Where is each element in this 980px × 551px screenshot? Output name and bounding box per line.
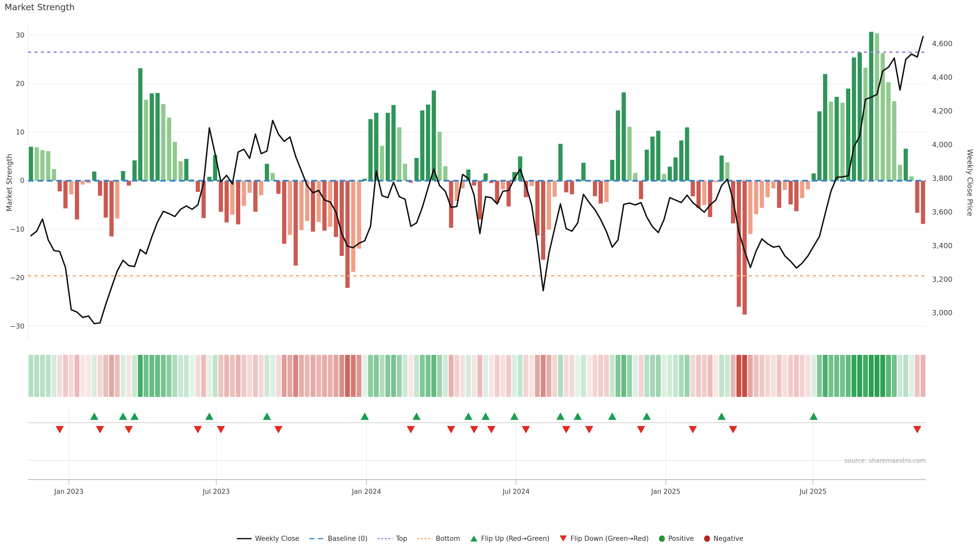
negative-circle-icon [704, 535, 710, 542]
top-dots-icon [378, 538, 393, 539]
legend-label: Bottom [436, 535, 460, 542]
bottom-dots-icon [417, 538, 432, 539]
svg-text:Jul 2023: Jul 2023 [202, 488, 230, 495]
legend-label: Top [396, 535, 407, 542]
legend-item-negative: Negative [704, 535, 743, 542]
flip-up-triangle-icon [470, 535, 477, 541]
weekly-close-line-icon [237, 538, 251, 539]
legend-item-weekly-close: Weekly Close [237, 535, 299, 542]
legend-label: Weekly Close [255, 535, 299, 542]
svg-text:4,000: 4,000 [932, 141, 953, 149]
svg-text:3,200: 3,200 [932, 275, 953, 284]
svg-text:−20: −20 [10, 274, 24, 282]
y-axis-title-right: Weekly Close Price [966, 149, 974, 216]
svg-text:Jul 2024: Jul 2024 [502, 488, 530, 495]
legend-label: Baseline (0) [328, 535, 367, 542]
chart-canvas: 3020100−10−20−304,6004,4004,2004,0003,80… [0, 0, 980, 551]
legend-label: Flip Up (Red→Green) [481, 535, 549, 542]
svg-text:Jul 2025: Jul 2025 [799, 488, 827, 495]
legend-label: Flip Down (Green→Red) [570, 535, 649, 542]
svg-text:Jan 2025: Jan 2025 [651, 488, 680, 495]
svg-text:10: 10 [16, 128, 24, 136]
flip-down-triangle-icon [560, 535, 567, 541]
svg-text:30: 30 [16, 31, 24, 39]
svg-text:Jan 2024: Jan 2024 [352, 488, 381, 495]
legend-item-top: Top [378, 535, 407, 542]
svg-text:20: 20 [16, 79, 24, 87]
legend-label: Positive [668, 535, 694, 542]
svg-text:3,800: 3,800 [932, 174, 953, 183]
svg-text:−10: −10 [10, 225, 24, 233]
y-axis-title-left: Market Strength [5, 154, 14, 211]
svg-text:3,600: 3,600 [932, 208, 953, 216]
svg-text:3,400: 3,400 [932, 241, 953, 250]
legend: Weekly Close Baseline (0) Top Bottom Fli… [0, 535, 980, 542]
svg-text:Jan 2023: Jan 2023 [54, 488, 84, 495]
svg-text:0: 0 [20, 176, 24, 184]
svg-text:−30: −30 [10, 322, 24, 330]
svg-text:4,200: 4,200 [932, 107, 953, 115]
svg-text:3,000: 3,000 [932, 309, 953, 317]
legend-item-baseline: Baseline (0) [309, 535, 367, 542]
source-note: source: sharemaestro.com [845, 457, 926, 464]
legend-item-bottom: Bottom [417, 535, 460, 542]
positive-circle-icon [659, 535, 665, 542]
legend-item-positive: Positive [659, 535, 694, 542]
legend-label: Negative [714, 535, 743, 542]
legend-item-flip-down: Flip Down (Green→Red) [560, 535, 649, 542]
svg-text:4,600: 4,600 [932, 40, 953, 48]
baseline-dash-icon [309, 538, 324, 539]
svg-text:4,400: 4,400 [932, 73, 953, 82]
legend-item-flip-up: Flip Up (Red→Green) [470, 535, 549, 542]
